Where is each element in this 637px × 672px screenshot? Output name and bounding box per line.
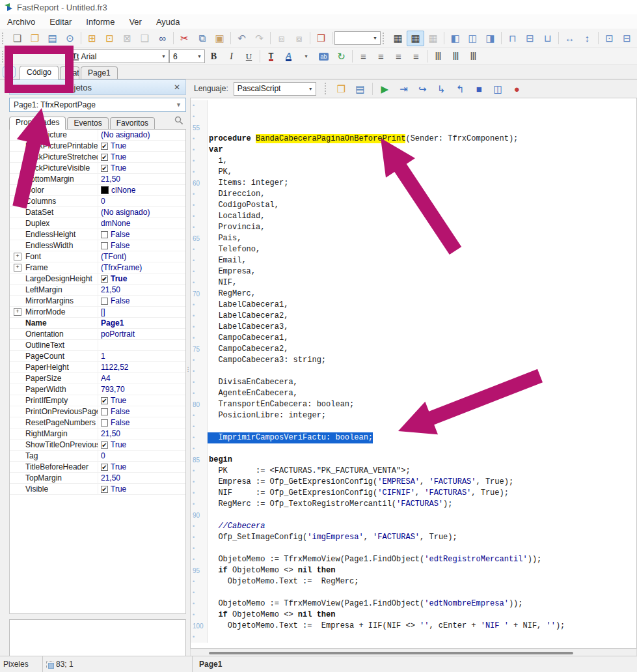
code-gutter[interactable]: •	[191, 200, 208, 211]
code-line[interactable]: 80 TransportEnCabecera: boolean;	[191, 399, 636, 410]
menu-item-archivo[interactable]: Archivo	[0, 16, 42, 28]
code-line[interactable]: • CampoCabecera1,	[191, 333, 636, 344]
code-gutter[interactable]: •	[191, 366, 208, 377]
copy-button[interactable]: ⧉	[193, 31, 211, 46]
code-line[interactable]: 85begin	[191, 455, 636, 466]
code-line[interactable]: • i,	[191, 156, 636, 167]
style-selector-combo[interactable]: ▼	[334, 31, 381, 45]
code-line[interactable]: • DivisaEnCabecera,	[191, 377, 636, 388]
space-vertically-button[interactable]: ↕	[578, 31, 596, 46]
code-gutter[interactable]: 55	[191, 122, 208, 133]
code-gutter[interactable]: •	[191, 355, 208, 366]
dropdown-arrow-icon[interactable]: ▼	[196, 54, 203, 59]
step-over-button[interactable]: ↪	[414, 81, 431, 96]
align-bottom-edges-button[interactable]: ⊔	[539, 31, 556, 46]
inspector-tab-eventos[interactable]: Eventos	[67, 117, 108, 129]
property-value[interactable]: A4	[98, 373, 185, 384]
code-line[interactable]: •	[191, 366, 636, 377]
expand-icon[interactable]: +	[14, 308, 21, 316]
code-gutter[interactable]: •	[191, 377, 208, 388]
code-line[interactable]: •	[191, 100, 636, 111]
code-gutter[interactable]: •	[191, 521, 208, 532]
code-line[interactable]: • LabelCabecera1,	[191, 300, 636, 311]
space-horizontally-button[interactable]: ↔	[561, 31, 578, 46]
align-left-edges-button[interactable]: ◧	[446, 31, 464, 46]
code-line[interactable]: • PK := <FACTURAS."PK_FACTURA_VENTA">;	[191, 466, 636, 477]
run-to-cursor-button[interactable]: ↳	[433, 81, 450, 96]
tab-codigo[interactable]: Código	[20, 66, 59, 79]
code-gutter[interactable]: •	[191, 255, 208, 266]
checkbox-icon[interactable]	[101, 408, 108, 415]
code-line[interactable]: 55	[191, 122, 636, 133]
checkbox-icon[interactable]	[101, 298, 108, 305]
code-gutter[interactable]: •	[191, 211, 208, 222]
code-gutter[interactable]: •	[191, 576, 208, 587]
expand-icon[interactable]: +	[14, 264, 21, 272]
checkbox-icon[interactable]: ✔	[101, 165, 108, 172]
code-gutter[interactable]: •	[191, 598, 208, 609]
property-value[interactable]: clNone	[98, 185, 185, 195]
property-value[interactable]: False	[98, 417, 185, 428]
property-row[interactable]: BackPictureVisible✔True	[10, 163, 185, 174]
code-line[interactable]: • CampoCabecera3: string;	[191, 355, 636, 366]
highlight-color-button[interactable]: A	[280, 49, 297, 64]
code-line[interactable]: • Provincia,	[191, 222, 636, 233]
property-value[interactable]: False	[98, 229, 185, 240]
code-line[interactable]: • if ObjetoMemo <> nil then	[191, 609, 636, 621]
property-value[interactable]: 21,50	[98, 174, 185, 184]
property-value[interactable]: (TFont)	[98, 251, 185, 262]
property-value[interactable]: ✔True	[98, 273, 185, 284]
property-row[interactable]: DuplexdmNone	[10, 218, 185, 229]
checkbox-icon[interactable]	[101, 419, 108, 427]
property-value[interactable]: ✔True	[98, 484, 185, 494]
center-vertically-in-band-button[interactable]: ⊟	[618, 31, 636, 46]
code-gutter[interactable]: •	[191, 189, 208, 200]
code-line[interactable]: •	[191, 443, 636, 455]
property-row[interactable]: Tag0	[10, 451, 185, 462]
code-gutter[interactable]: •	[191, 322, 208, 333]
code-line[interactable]: • Direccion,	[191, 189, 636, 200]
code-line[interactable]: • RegMerc := Ofp_TextoRegistroMercantil(…	[191, 499, 636, 510]
code-area[interactable]: ••55•procedure BandaCabeceraPaginaOnBefo…	[190, 98, 637, 649]
property-row[interactable]: TopMargin21,50	[10, 473, 185, 484]
language-dropdown[interactable]: PascalScript ▼	[234, 82, 316, 96]
code-gutter[interactable]: •	[191, 466, 208, 477]
code-line[interactable]: • Telefono,	[191, 244, 636, 255]
evaluate-watch-button[interactable]: ◫	[489, 81, 507, 96]
dropdown-arrow-icon[interactable]: ▼	[160, 54, 167, 59]
code-line[interactable]: • ObjetoMemo := TfrxMemoView(Page1.FindO…	[191, 554, 636, 565]
bold-button[interactable]: B	[205, 49, 223, 64]
code-gutter[interactable]: •	[191, 311, 208, 322]
object-selector-dropdown[interactable]: Page1: TfrxReportPage ▼	[9, 98, 186, 112]
code-gutter[interactable]: •	[191, 156, 208, 167]
font-color-button[interactable]: T	[262, 49, 280, 64]
font-name-combo[interactable]: TtArial▼	[68, 49, 169, 63]
code-gutter[interactable]: 80	[191, 399, 208, 410]
frame-lines-3-button[interactable]: Ⅲ	[465, 49, 482, 64]
frame-lines-1-button[interactable]: Ⅲ	[429, 49, 447, 64]
property-value[interactable]: 793,70	[98, 384, 185, 395]
align-vertical-centers-button[interactable]: ⊟	[521, 31, 539, 46]
step-into-button[interactable]: ⇥	[395, 81, 413, 96]
property-value[interactable]: ✔True	[98, 141, 185, 151]
property-row[interactable]: BackPictureStretched✔True	[10, 152, 185, 163]
code-gutter[interactable]: •	[191, 388, 208, 399]
align-right-edges-button[interactable]: ◨	[481, 31, 499, 46]
code-line[interactable]: • //Cabecera	[191, 521, 636, 532]
property-row[interactable]: PrintIfEmpty✔True	[10, 395, 185, 406]
checkbox-icon[interactable]: ✔	[101, 486, 108, 493]
code-line[interactable]: 90	[191, 510, 636, 521]
property-value[interactable]: False	[98, 240, 185, 251]
checkbox-icon[interactable]	[101, 231, 108, 238]
code-line[interactable]: •	[191, 587, 636, 598]
code-gutter[interactable]: 90	[191, 510, 208, 521]
menu-item-ver[interactable]: Ver	[122, 16, 149, 28]
code-gutter[interactable]: •	[191, 111, 208, 122]
property-row[interactable]: PaperHeight1122,52	[10, 362, 185, 373]
property-value[interactable]: ✔True	[98, 462, 185, 472]
checkbox-icon[interactable]: ✔	[101, 154, 108, 161]
center-horizontally-in-band-button[interactable]: ⊡	[601, 31, 618, 46]
code-gutter[interactable]: •	[191, 145, 208, 156]
checkbox-icon[interactable]: ✔	[101, 441, 108, 449]
code-gutter[interactable]: •	[191, 277, 208, 288]
